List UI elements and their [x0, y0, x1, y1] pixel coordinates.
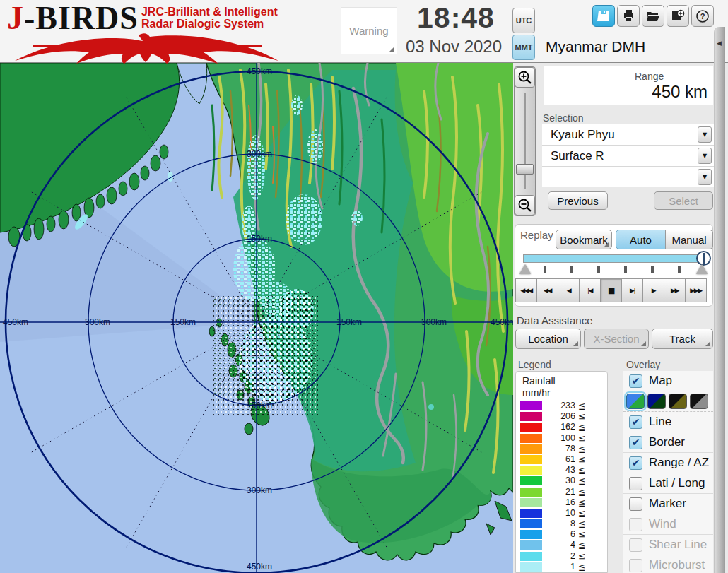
chevron-down-icon[interactable]: ▼: [698, 169, 712, 185]
stop-button[interactable]: ■: [600, 278, 622, 302]
overlay-item-border: ✔Border: [623, 432, 713, 453]
zoom-slider-handle[interactable]: [516, 164, 534, 175]
save-button[interactable]: [592, 5, 615, 27]
checkbox[interactable]: [629, 497, 642, 511]
track-button[interactable]: Track: [652, 329, 713, 349]
legend-item: 10≦: [516, 508, 607, 519]
slider-tick: [624, 266, 627, 273]
play-reverse-button[interactable]: ◀: [558, 278, 580, 302]
range-label: 300km: [247, 485, 272, 495]
chevron-down-icon[interactable]: ▼: [698, 148, 712, 164]
slider-start-marker[interactable]: [519, 264, 531, 274]
overlay-item-line: ✔Line: [623, 412, 713, 432]
overlay-panel: ✔Map✔Line✔Border✔Range / AZLati / LongMa…: [623, 371, 713, 573]
fast-rewind-2x-button[interactable]: ◀◀: [536, 278, 558, 302]
svg-text:?: ?: [700, 12, 705, 20]
control-panel: Range 450 km Selection Kyauk Phyu ▼ Surf…: [514, 63, 714, 573]
range-display: Range 450 km: [544, 66, 713, 105]
overlay-item-shear-line: Shear Line: [623, 535, 713, 555]
panel-collapse-handle[interactable]: ◀: [714, 27, 725, 573]
site-dropdown[interactable]: Kyauk Phyu ▼: [542, 124, 714, 145]
overlay-item-label: Marker: [649, 497, 686, 511]
fast-forward-2x-button[interactable]: ▶▶: [664, 278, 686, 302]
legend-item: 78≦: [516, 444, 607, 454]
legend-item: 16≦: [516, 497, 607, 508]
legend-value: 21: [544, 487, 575, 497]
zoom-in-button[interactable]: [515, 67, 535, 88]
legend-operator: ≦: [578, 444, 585, 454]
location-button[interactable]: Location: [515, 329, 581, 349]
clock-date: 03 Nov 2020: [393, 37, 515, 57]
play-button[interactable]: ▶: [642, 278, 664, 302]
zoom-out-button[interactable]: [515, 195, 535, 215]
legend-value: 162: [544, 422, 575, 432]
legend-color-swatch: [520, 488, 542, 497]
legend-operator: ≦: [578, 562, 585, 572]
bookmark-button[interactable]: Bookmark: [556, 230, 612, 249]
legend-panel: Rainfallmm/hr 233≦206≦162≦100≦78≦61≦43≦3…: [515, 371, 608, 573]
slider-tick: [544, 266, 546, 273]
station-name: Myanmar DMH: [546, 38, 645, 55]
map-style-gray[interactable]: [690, 394, 708, 409]
utc-button[interactable]: UTC: [512, 8, 535, 33]
map-style-dark[interactable]: [647, 394, 666, 409]
selection-label: Selection: [543, 112, 584, 124]
replay-section: Replay Bookmark Auto Manual ◀◀◀◀◀◀|◀■▶|▶…: [515, 224, 713, 307]
print-button[interactable]: [617, 5, 640, 27]
legend-color-swatch: [520, 434, 542, 443]
select-button[interactable]: Select: [654, 191, 713, 210]
range-label: 150km: [247, 401, 272, 410]
map-style-olive[interactable]: [669, 394, 687, 409]
overlay-item-microburst: Microburst: [623, 555, 713, 573]
legend-color-swatch: [520, 401, 542, 410]
legend-color-swatch: [520, 476, 542, 485]
clock-time: 18:48: [403, 1, 509, 35]
checkbox: [629, 518, 642, 531]
legend-item: 206≦: [516, 411, 607, 422]
legend-operator: ≦: [578, 540, 585, 550]
fast-forward-3x-button[interactable]: ▶▶▶: [685, 278, 707, 302]
manual-button[interactable]: Manual: [665, 230, 713, 249]
step-back-button[interactable]: |◀: [579, 278, 601, 302]
help-icon: ?: [695, 9, 710, 23]
replay-slider-track[interactable]: [523, 254, 706, 263]
checkbox[interactable]: ✔: [629, 374, 642, 388]
legend-item: 2≦: [516, 551, 607, 562]
product-dropdown[interactable]: Surface R ▼: [542, 145, 714, 166]
legend-operator: ≦: [578, 422, 585, 432]
legend-item: 30≦: [516, 475, 607, 486]
slider-tick: [570, 266, 573, 273]
replay-slider-handle[interactable]: [696, 251, 711, 266]
previous-button[interactable]: Previous: [548, 191, 608, 210]
mmt-button[interactable]: MMT: [512, 35, 535, 60]
radar-map[interactable]: 450km 300km 150km 150km 300km 450km 450k…: [0, 63, 513, 573]
overlay-item-label: Lati / Long: [649, 476, 705, 490]
legend-color-swatch: [520, 423, 542, 432]
legend-color-swatch: [520, 466, 542, 475]
step-forward-button[interactable]: ▶|: [621, 278, 643, 302]
help-button[interactable]: ?: [691, 5, 714, 27]
option-dropdown[interactable]: ▼: [542, 166, 714, 187]
x-section-button[interactable]: X-Section: [584, 329, 649, 349]
checkbox[interactable]: ✔: [629, 456, 642, 470]
new-window-icon: [671, 9, 685, 23]
open-folder-button[interactable]: [642, 5, 664, 27]
map-style-color[interactable]: [626, 394, 645, 409]
warning-button[interactable]: Warning: [341, 7, 397, 54]
overlay-item-map: ✔Map: [623, 371, 713, 391]
new-window-button[interactable]: [667, 5, 689, 27]
checkbox[interactable]: [629, 477, 642, 490]
slider-end-marker[interactable]: [696, 264, 708, 274]
zoom-slider-track[interactable]: [515, 88, 535, 195]
checkbox[interactable]: ✔: [629, 436, 642, 449]
legend-item: 162≦: [516, 422, 607, 432]
open-folder-icon: [646, 9, 660, 23]
checkbox: [629, 559, 642, 572]
checkbox[interactable]: ✔: [629, 415, 642, 429]
fast-rewind-3x-button[interactable]: ◀◀◀: [515, 278, 537, 302]
legend-operator: ≦: [578, 465, 585, 475]
legend-operator: ≦: [578, 454, 585, 465]
legend-item: 6≦: [516, 529, 607, 540]
auto-button[interactable]: Auto: [616, 230, 666, 249]
chevron-down-icon[interactable]: ▼: [698, 126, 712, 143]
